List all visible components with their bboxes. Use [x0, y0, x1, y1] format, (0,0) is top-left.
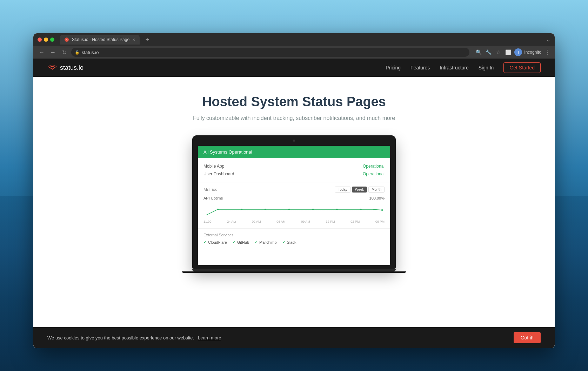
website-content: status.io Pricing Features Infrastructur… [33, 59, 555, 348]
extension-icon[interactable]: 🔧 [485, 49, 492, 56]
svg-text:S: S [66, 39, 67, 42]
metric-name: API Uptime [203, 196, 223, 200]
cookie-message: We use cookies to give you the best poss… [47, 335, 194, 340]
time-button-week[interactable]: Week [352, 187, 367, 193]
minimize-window-button[interactable] [44, 38, 48, 42]
chart-label: 24 Apr [227, 220, 236, 223]
address-text: status.io [82, 50, 99, 55]
svg-point-8 [336, 209, 338, 210]
metrics-section: Metrics Today Week Month API Uptime [198, 182, 390, 228]
status-item: Mobile App Operational [203, 162, 385, 170]
address-bar[interactable]: 🔒 status.io [71, 48, 469, 57]
chart-area: 11:00 24 Apr 02 AM 06 AM 09 AM 12 PM 02 … [203, 203, 385, 224]
tab-strip-expand-icon[interactable]: ⌄ [546, 37, 550, 42]
browser-window: S Status.io - Hosted Status Page ✕ + ⌄ ←… [33, 33, 555, 348]
cookie-banner: We use cookies to give you the best poss… [33, 327, 555, 348]
laptop-mockup: All Systems Operational Mobile App Opera… [192, 135, 396, 273]
bookmark-icon[interactable]: ☆ [495, 49, 502, 56]
active-browser-tab[interactable]: S Status.io - Hosted Status Page ✕ [60, 35, 140, 45]
ext-service-item: ✓ Slack [282, 240, 296, 244]
nav-infrastructure[interactable]: Infrastructure [440, 65, 468, 70]
hero-subtitle: Fully customizable with incident trackin… [40, 115, 548, 121]
new-tab-button[interactable]: + [142, 35, 152, 45]
service-name: CloudFlare [208, 240, 227, 244]
browser-chrome: S Status.io - Hosted Status Page ✕ + ⌄ ←… [33, 33, 555, 59]
site-navbar: status.io Pricing Features Infrastructur… [33, 59, 555, 77]
laptop-base [192, 269, 396, 271]
check-icon: ✓ [255, 240, 258, 244]
chart-labels: 11:00 24 Apr 02 AM 06 AM 09 AM 12 PM 02 … [203, 220, 385, 223]
external-services-title: External Services [203, 233, 385, 237]
uptime-chart [203, 203, 385, 217]
laptop-camera [293, 140, 295, 142]
cookie-accept-button[interactable]: Got it! [514, 332, 541, 343]
maximize-window-button[interactable] [50, 38, 54, 42]
metrics-header: Metrics Today Week Month [203, 187, 385, 193]
svg-point-7 [312, 209, 314, 210]
reload-button[interactable]: ↻ [60, 48, 68, 56]
status-item-name: Mobile App [203, 164, 224, 169]
service-name: Mailchimp [259, 240, 277, 244]
status-banner: All Systems Operational [198, 146, 390, 158]
check-icon: ✓ [282, 240, 286, 244]
laptop-stand [182, 271, 406, 273]
ext-service-item: ✓ Mailchimp [255, 240, 277, 244]
forward-button[interactable]: → [49, 48, 57, 56]
chart-label: 06 AM [276, 220, 286, 223]
profile-avatar: I [514, 48, 522, 56]
close-window-button[interactable] [38, 38, 42, 42]
laptop-body: All Systems Operational Mobile App Opera… [192, 135, 396, 269]
cookie-text: We use cookies to give you the best poss… [47, 335, 221, 340]
external-services-section: External Services ✓ CloudFlare ✓ GitHub [198, 228, 390, 249]
logo-icon [47, 64, 57, 71]
browser-toolbar: ← → ↻ 🔒 status.io 🔍 🔧 ☆ ⬜ I Incognito ⋮ [33, 46, 555, 59]
toolbar-actions: 🔍 🔧 ☆ ⬜ I Incognito ⋮ [475, 48, 550, 56]
nav-signin[interactable]: Sign In [479, 65, 494, 70]
site-navigation: Pricing Features Infrastructure Sign In … [386, 62, 541, 73]
get-started-button[interactable]: Get Started [503, 62, 541, 73]
metric-value: 100.00% [369, 196, 385, 200]
browser-titlebar: S Status.io - Hosted Status Page ✕ + ⌄ [33, 33, 555, 46]
profile-button[interactable]: I Incognito [514, 48, 541, 56]
traffic-lights [38, 38, 54, 42]
check-icon: ✓ [233, 240, 236, 244]
time-buttons: Today Week Month [335, 187, 385, 193]
svg-point-10 [381, 209, 383, 211]
profile-name: Incognito [524, 50, 541, 55]
search-icon[interactable]: 🔍 [475, 49, 482, 56]
svg-point-9 [360, 209, 361, 210]
svg-point-3 [217, 209, 219, 210]
lock-icon: 🔒 [75, 50, 80, 55]
time-button-month[interactable]: Month [368, 187, 385, 193]
external-services-list: ✓ CloudFlare ✓ GitHub ✓ [203, 240, 385, 244]
svg-point-5 [265, 209, 266, 210]
cookie-learn-more-link[interactable]: Learn more [198, 335, 221, 340]
logo-text: status.io [60, 64, 83, 72]
ext-service-item: ✓ GitHub [233, 240, 249, 244]
metrics-title: Metrics [203, 187, 217, 192]
site-logo[interactable]: status.io [47, 64, 83, 72]
chart-label: 12 PM [326, 220, 335, 223]
nav-features[interactable]: Features [410, 65, 430, 70]
metric-row: API Uptime 100.00% [203, 196, 385, 200]
status-items: Mobile App Operational User Dashboard Op… [198, 158, 390, 182]
status-operational: Operational [363, 171, 385, 176]
screen-content: All Systems Operational Mobile App Opera… [198, 146, 390, 249]
browser-more-options-icon[interactable]: ⋮ [544, 48, 550, 56]
chart-label: 02 PM [350, 220, 360, 223]
tab-panel-icon[interactable]: ⬜ [505, 49, 512, 56]
chart-label: 06 PM [375, 220, 385, 223]
status-item-name: User Dashboard [203, 171, 234, 176]
nav-pricing[interactable]: Pricing [386, 65, 401, 70]
svg-point-6 [288, 209, 290, 210]
hero-title: Hosted System Status Pages [40, 94, 548, 109]
laptop-screen: All Systems Operational Mobile App Opera… [198, 146, 390, 265]
status-item: User Dashboard Operational [203, 170, 385, 178]
tab-title: Status.io - Hosted Status Page [72, 37, 129, 42]
service-name: Slack [287, 240, 296, 244]
time-button-today[interactable]: Today [335, 187, 350, 193]
chart-label: 09 AM [301, 220, 310, 223]
status-operational: Operational [363, 164, 385, 169]
tab-close-icon[interactable]: ✕ [132, 38, 135, 42]
back-button[interactable]: ← [38, 48, 46, 56]
